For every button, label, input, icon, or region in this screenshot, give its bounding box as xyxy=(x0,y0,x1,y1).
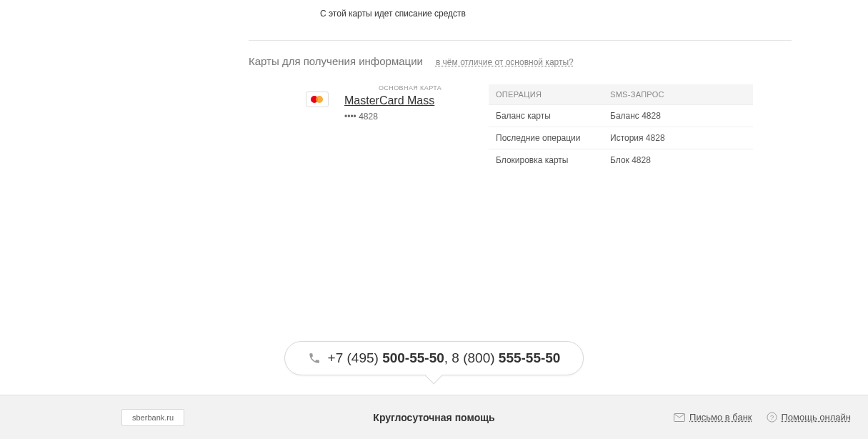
debit-notice: С этой карты идет списание средств xyxy=(320,9,868,19)
card-masked-number: •••• 4828 xyxy=(344,112,473,122)
sms-cell: Баланс 4828 xyxy=(603,105,753,127)
phone-icon xyxy=(308,352,321,365)
table-row: Блокировка карты Блок 4828 xyxy=(489,149,753,172)
operations-table: ОПЕРАЦИЯ SMS-ЗАПРОС Баланс карты Баланс … xyxy=(489,84,753,171)
mastercard-icon xyxy=(306,92,329,107)
col-sms: SMS-ЗАПРОС xyxy=(603,84,753,105)
op-cell: Баланс карты xyxy=(489,105,603,127)
phone-bubble: +7 (495) 500-55-50, 8 (800) 555-55-50 xyxy=(284,341,584,375)
sms-cell: Блок 4828 xyxy=(603,149,753,172)
card-name-link[interactable]: MasterCard Mass xyxy=(344,94,434,107)
section-title: Карты для получения информации xyxy=(249,55,423,67)
primary-card-label: ОСНОВНАЯ КАРТА xyxy=(379,84,473,92)
card-block: ОСНОВНАЯ КАРТА MasterCard Mass •••• 4828… xyxy=(306,84,868,171)
online-help-link[interactable]: ? Помощь онлайн xyxy=(767,412,852,423)
footer: +7 (495) 500-55-50, 8 (800) 555-55-50 sb… xyxy=(0,395,868,439)
table-row: Последние операции История 4828 xyxy=(489,127,753,149)
difference-link[interactable]: в чём отличие от основной карты? xyxy=(436,57,574,67)
divider xyxy=(249,40,792,41)
col-operation: ОПЕРАЦИЯ xyxy=(489,84,603,105)
site-chip[interactable]: sberbank.ru xyxy=(121,409,184,426)
main-content: С этой карты идет списание средств Карты… xyxy=(0,0,868,171)
question-icon: ? xyxy=(767,412,777,423)
phone-text: +7 (495) 500-55-50, 8 (800) 555-55-50 xyxy=(328,350,561,366)
op-cell: Блокировка карты xyxy=(489,149,603,172)
card-info: ОСНОВНАЯ КАРТА MasterCard Mass •••• 4828 xyxy=(344,84,473,171)
table-row: Баланс карты Баланс 4828 xyxy=(489,105,753,127)
op-cell: Последние операции xyxy=(489,127,603,149)
footer-links: Письмо в банк ? Помощь онлайн xyxy=(674,412,851,423)
sms-cell: История 4828 xyxy=(603,127,753,149)
section-header: Карты для получения информации в чём отл… xyxy=(249,55,868,67)
footer-inner: sberbank.ru Круглосуточная помощь Письмо… xyxy=(0,395,868,439)
mail-icon xyxy=(674,413,685,422)
mail-link[interactable]: Письмо в банк xyxy=(674,412,752,423)
help-title: Круглосуточная помощь xyxy=(373,412,494,423)
svg-text:?: ? xyxy=(769,414,773,421)
